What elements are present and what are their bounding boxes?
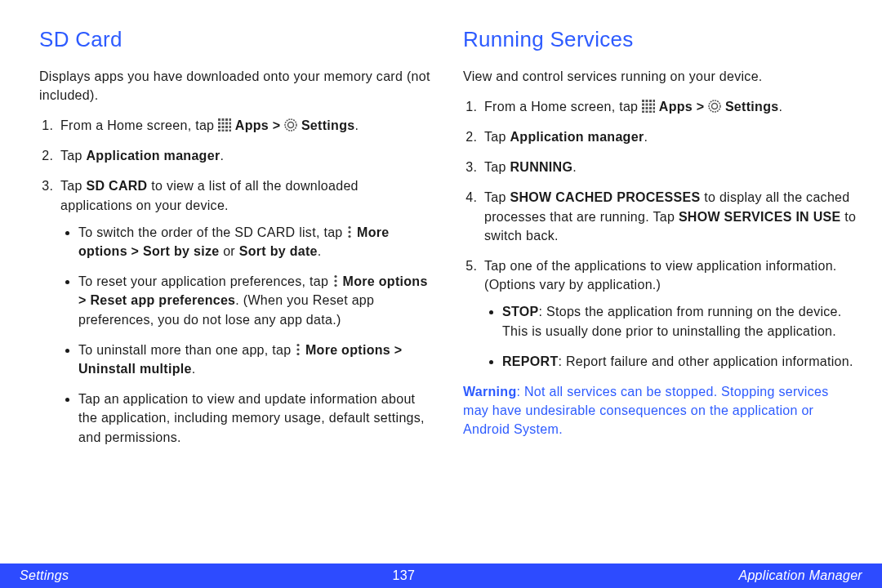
- sort-by-date-label: Sort by date: [239, 244, 318, 258]
- apps-label: Apps >: [659, 100, 708, 114]
- warning-label: Warning: [463, 385, 517, 399]
- more-options-icon: [332, 274, 339, 287]
- step-5: Tap one of the applications to view appl…: [481, 256, 858, 371]
- step-1: From a Home screen, tap Apps > Settings.: [481, 97, 858, 116]
- step-2: Tap Application manager.: [481, 127, 858, 146]
- text: From a Home screen, tap: [60, 118, 218, 132]
- text: To switch the order of the SD CARD list,…: [78, 225, 346, 239]
- settings-icon: [284, 118, 297, 131]
- sd-card-heading: SD Card: [39, 24, 434, 56]
- settings-icon: [708, 99, 721, 112]
- step-1: From a Home screen, tap Apps > Settings.: [57, 116, 434, 135]
- settings-label: Settings: [301, 118, 355, 132]
- footer-page-number: 137: [393, 568, 416, 583]
- text: To reset your application preferences, t…: [78, 274, 332, 288]
- text: or: [219, 244, 238, 258]
- stop-label: STOP: [502, 305, 538, 318]
- report-label: REPORT: [502, 354, 558, 368]
- footer-right: Application Manager: [738, 568, 862, 583]
- text: .: [192, 362, 196, 376]
- page-footer: Settings 137 Application Manager: [0, 564, 882, 588]
- text: Tap: [60, 149, 86, 163]
- show-services-label: SHOW SERVICES IN USE: [679, 210, 841, 224]
- text: .: [778, 100, 782, 114]
- bullet-stop: STOP: Stops the application from running…: [502, 302, 858, 340]
- text: From a Home screen, tap: [484, 100, 642, 114]
- text: .: [644, 130, 648, 144]
- text: .: [572, 160, 577, 174]
- running-sublist: STOP: Stops the application from running…: [484, 302, 858, 371]
- sd-card-sublist: To switch the order of the SD CARD list,…: [60, 223, 434, 447]
- text: Tap: [484, 160, 510, 174]
- text: Tap: [484, 190, 510, 204]
- text: Tap one of the applications to view appl…: [484, 259, 837, 292]
- warning-text: Warning: Not all services can be stopped…: [463, 382, 858, 439]
- text: Tap: [60, 179, 86, 193]
- running-services-intro: View and control services running on you…: [463, 67, 858, 86]
- text: : Stops the application from running on …: [502, 305, 842, 337]
- bullet-tap-app: Tap an application to view and update in…: [78, 390, 434, 447]
- text: To uninstall more than one app, tap: [78, 343, 295, 357]
- show-cached-label: SHOW CACHED PROCESSES: [510, 190, 700, 204]
- sd-card-label: SD CARD: [86, 179, 147, 193]
- step-4: Tap SHOW CACHED PROCESSES to display all…: [481, 188, 858, 245]
- apps-icon: [642, 99, 655, 112]
- sd-card-intro: Displays apps you have downloaded onto y…: [39, 67, 434, 105]
- bullet-report: REPORT: Report failure and other applica…: [502, 352, 858, 371]
- text: Tap: [484, 130, 510, 144]
- footer-left: Settings: [20, 568, 69, 583]
- text: .: [220, 149, 224, 163]
- step-2: Tap Application manager.: [57, 146, 434, 165]
- right-column: Running Services View and control servic…: [463, 24, 858, 539]
- more-options-icon: [295, 342, 301, 355]
- step-3: Tap RUNNING.: [481, 158, 858, 176]
- bullet-uninstall: To uninstall more than one app, tap More…: [78, 341, 434, 378]
- apps-icon: [218, 118, 231, 131]
- app-manager-label: Application manager: [510, 130, 644, 144]
- apps-label: Apps >: [235, 118, 284, 132]
- running-services-heading: Running Services: [463, 24, 858, 56]
- more-options-icon: [346, 225, 353, 238]
- text: : Not all services can be stopped. Stopp…: [463, 385, 829, 436]
- running-label: RUNNING: [510, 160, 572, 174]
- app-manager-label: Application manager: [86, 149, 220, 163]
- sd-card-steps: From a Home screen, tap Apps > Settings.…: [39, 116, 434, 447]
- running-services-steps: From a Home screen, tap Apps > Settings.…: [463, 97, 858, 371]
- bullet-sort: To switch the order of the SD CARD list,…: [78, 223, 434, 261]
- text: .: [354, 118, 359, 132]
- step-3: Tap SD CARD to view a list of all the do…: [57, 176, 434, 446]
- page-body: SD Card Displays apps you have downloade…: [0, 0, 882, 539]
- text: : Report failure and other application i…: [558, 354, 853, 368]
- text: .: [318, 244, 322, 258]
- left-column: SD Card Displays apps you have downloade…: [39, 24, 434, 539]
- settings-label: Settings: [725, 100, 779, 114]
- bullet-reset: To reset your application preferences, t…: [78, 272, 434, 329]
